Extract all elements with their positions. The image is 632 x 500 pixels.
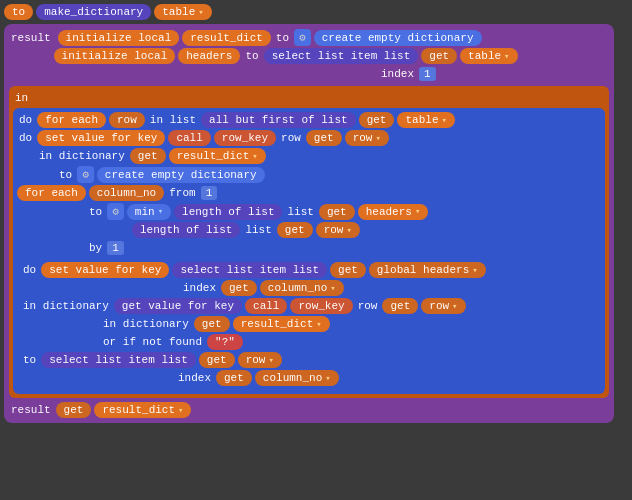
result-dict-pill[interactable]: result_dict [182,30,271,46]
initialize2-pill: initialize local [54,48,176,64]
func-name-label: make_dictionary [44,6,143,18]
gear2-icon: ⚙ [82,168,89,181]
in-container: in do for each row [9,86,609,398]
row-key-fn2-pill[interactable]: row_key [290,298,352,314]
get-column-no2-label: get [224,372,244,384]
to-label3: to [243,48,260,64]
in-dict3-row: in dictionary get result_dict ▾ [101,316,597,332]
do3-label: do [21,262,38,278]
table2-pill[interactable]: table ▾ [397,112,454,128]
get-headers-label: get [327,206,347,218]
function-header-row: to make_dictionary table ▾ [4,4,614,20]
get4-label: get [390,300,410,312]
to-create-empty-row: to ⚙ create empty dictionary [57,166,601,183]
row3-pill[interactable]: row ▾ [345,130,389,146]
in-label: in [13,90,30,106]
create-empty-dict2-pill: create empty dictionary [97,167,265,183]
row-key-fn-label: row_key [222,132,268,144]
headers-pill[interactable]: headers [178,48,240,64]
table-val-label: table [468,50,501,62]
length-list2-label: length of list [140,224,232,236]
result-dict3-pill[interactable]: result_dict ▾ [233,316,330,332]
select-list-item3-pill: select list item list [41,352,196,368]
func-name-pill[interactable]: make_dictionary [36,4,151,20]
call2-pill: call [245,298,287,314]
set-value-key-label: set value for key [45,132,157,144]
select-list-item-pill: select list item list [264,48,419,64]
column-no-pill[interactable]: column_no [89,185,164,201]
result-dict4-label: result_dict [102,404,175,416]
index-label: index [379,66,416,82]
do2-label: do [17,130,34,146]
row7-pill[interactable]: row ▾ [238,352,282,368]
initialize-local-pill: initialize local [58,30,180,46]
in-dictionary-label: in dictionary [37,148,127,164]
global-headers-pill[interactable]: global headers ▾ [369,262,486,278]
index3-row: index get column_no ▾ [176,370,597,386]
get-global-headers-pill: get [330,262,366,278]
in-list-label: in list [148,112,198,128]
create-empty-dict-block: ⚙ create empty dictionary [294,29,481,46]
list2-label: list [243,222,273,238]
select-list-item3-label: select list item list [49,354,188,366]
length-row2: length of list list get row ▾ [132,222,601,238]
gear-icon: ⚙ [299,31,306,44]
min-pill: min ▾ [127,204,171,220]
row6-pill[interactable]: row ▾ [421,298,465,314]
table-val-pill[interactable]: table ▾ [460,48,517,64]
result-spacer: result [9,50,49,62]
in-dictionary2-label: in dictionary [21,298,111,314]
do-label: do [17,112,34,128]
main-block-container: to make_dictionary table ▾ result [4,4,614,423]
set-value-key2-label: set value for key [49,264,161,276]
headers2-dropdown: ▾ [415,206,420,217]
get-row3-label: get [207,354,227,366]
get2-label: get [367,114,387,126]
get-row-pill: get [306,130,342,146]
get-result-dict2-pill: get [194,316,230,332]
get-global-headers-label: get [338,264,358,276]
result-dict4-pill[interactable]: result_dict ▾ [94,402,191,418]
to-label: to [12,6,25,18]
row4-pill[interactable]: row ▾ [316,222,360,238]
inner-do-container: do set value for key select list item li… [17,258,601,390]
to-pill: to [4,4,33,20]
result-dict2-pill[interactable]: result_dict ▾ [169,148,266,164]
param-table-pill[interactable]: table ▾ [154,4,211,20]
do-foreach-container: do for each row in list all but first of… [13,108,605,394]
global-headers-label: global headers [377,264,469,276]
initialize-label: initialize local [66,32,172,44]
get-table-pill: get [421,48,457,64]
call-row-key-pill: call [168,130,210,146]
outer-purple-container: result initialize local result_dict to ⚙ [4,24,614,423]
set-value-key2-pill: set value for key [41,262,169,278]
row-key-fn-pill[interactable]: row_key [214,130,276,146]
gear-block: ⚙ [294,29,311,46]
to2-label: to [57,167,74,183]
column-no2-pill[interactable]: column_no ▾ [260,280,344,296]
headers-init-row: result initialize local headers to selec… [9,48,609,64]
by-label: by [87,240,104,256]
gear2-block: ⚙ [77,166,94,183]
get-column-no-label: get [229,282,249,294]
result2-label: result [9,402,53,418]
get4-pill: get [382,298,418,314]
get-value-key-label: get value for key [122,300,234,312]
select-list-item-label: select list item list [272,50,411,62]
select-list-item2-pill: select list item list [172,262,327,278]
row6-dropdown: ▾ [452,301,457,312]
column-no3-pill[interactable]: column_no ▾ [255,370,339,386]
row3-dropdown: ▾ [375,133,380,144]
headers2-pill[interactable]: headers ▾ [358,204,429,220]
get-table2-pill: get [359,112,395,128]
row4-label: row [324,224,344,236]
do-set-row: do set value for key call row_key [17,130,601,146]
to4-label: to [21,352,38,368]
row-pill[interactable]: row [109,112,145,128]
dropdown-arrow: ▾ [198,7,203,18]
row4-dropdown: ▾ [346,225,351,236]
result-dict3-label: result_dict [241,318,314,330]
get3-label: get [314,132,334,144]
get-value-key-pill: get value for key [114,298,242,314]
length-list2-pill: length of list [132,222,240,238]
